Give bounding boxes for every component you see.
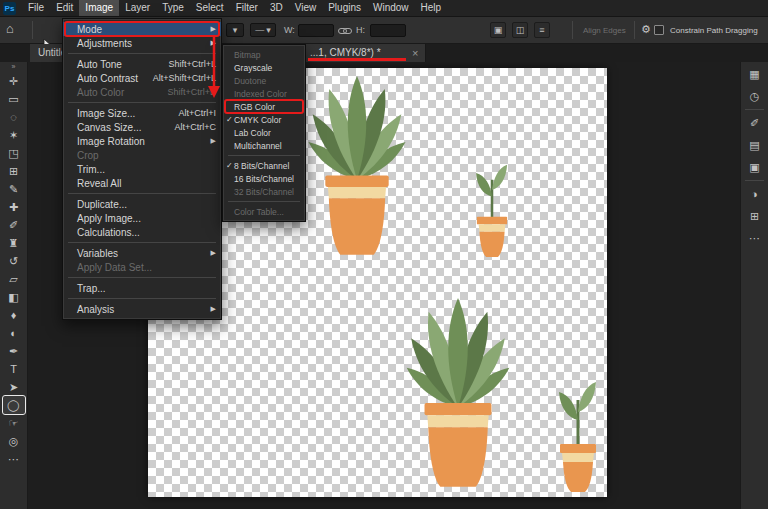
width-input[interactable]	[298, 24, 334, 37]
submenu-item-32-bits-channel[interactable]: 32 Bits/Channel	[223, 185, 305, 198]
photoshop-logo[interactable]: Ps	[3, 2, 16, 15]
menu-item-reveal-all[interactable]: Reveal All	[63, 176, 221, 190]
path-operations-button[interactable]: ▣	[490, 22, 506, 38]
menu-item-apply-data-set[interactable]: Apply Data Set...	[63, 260, 221, 274]
menu-item-label: Apply Image...	[77, 213, 141, 224]
edit-toolbar[interactable]: ⋯	[3, 450, 25, 468]
submenu-item-rgb-color[interactable]: RGB Color	[223, 100, 305, 113]
menubar-item-select[interactable]: Select	[190, 0, 230, 16]
hand-tool[interactable]: ☞	[3, 414, 25, 432]
menu-item-auto-tone[interactable]: Auto ToneShift+Ctrl+L	[63, 57, 221, 71]
height-input[interactable]	[370, 24, 406, 37]
menu-item-trim[interactable]: Trim...	[63, 162, 221, 176]
constrain-path-checkbox[interactable]	[654, 25, 664, 35]
color-panel-icon[interactable]: ▦	[744, 64, 766, 84]
menu-item-auto-color[interactable]: Auto ColorShift+Ctrl+B	[63, 85, 221, 99]
magic-wand-tool[interactable]: ✶	[3, 126, 25, 144]
menu-item-label: Image Rotation	[77, 136, 145, 147]
blur-tool[interactable]: ♦	[3, 306, 25, 324]
menu-item-crop[interactable]: Crop	[63, 148, 221, 162]
path-arrangement-button[interactable]: ≡	[534, 22, 550, 38]
collapse-toolbar-icon[interactable]: »	[0, 62, 27, 72]
libraries-panel-icon[interactable]: ⊞	[744, 206, 766, 226]
path-alignment-button[interactable]: ◫	[512, 22, 528, 38]
edit-toolbar-icon: ⋯	[8, 453, 19, 466]
menu-item-label: Crop	[77, 150, 99, 161]
menu-item-image-rotation[interactable]: Image Rotation▶	[63, 134, 221, 148]
menu-item-analysis[interactable]: Analysis▶	[63, 302, 221, 316]
more-panels-icon[interactable]: ⋯	[744, 228, 766, 248]
gear-icon[interactable]: ⚙	[641, 23, 651, 36]
link-dimensions-icon[interactable]	[338, 26, 352, 36]
menubar-item-3d[interactable]: 3D	[264, 0, 289, 16]
submenu-item-lab-color[interactable]: Lab Color	[223, 126, 305, 139]
ellipse-tool-icon: ◯	[7, 399, 19, 412]
menu-item-mode[interactable]: Mode▶	[63, 22, 221, 36]
layers-panel-icon[interactable]: ▤	[744, 135, 766, 155]
checkmark-icon: ✓	[226, 161, 233, 170]
path-selection-tool[interactable]: ➤	[3, 378, 25, 396]
submenu-item-grayscale[interactable]: Grayscale	[223, 61, 305, 74]
submenu-item-16-bits-channel[interactable]: 16 Bits/Channel	[223, 172, 305, 185]
menu-item-variables[interactable]: Variables▶	[63, 246, 221, 260]
marquee-tool[interactable]: ▭	[3, 90, 25, 108]
zoom-tool-icon: ◎	[9, 435, 19, 448]
submenu-item-bitmap[interactable]: Bitmap	[223, 48, 305, 61]
channels-panel-icon[interactable]: ▣	[744, 157, 766, 177]
menubar-item-edit[interactable]: Edit	[50, 0, 79, 16]
move-tool[interactable]: ✛	[3, 72, 25, 90]
menubar-item-image[interactable]: Image	[79, 0, 119, 16]
history-brush-tool[interactable]: ↺	[3, 252, 25, 270]
brush-tool[interactable]: ✐	[3, 216, 25, 234]
menubar-item-file[interactable]: File	[22, 0, 50, 16]
type-tool[interactable]: T	[3, 360, 25, 378]
menu-separator	[228, 155, 300, 156]
menu-separator	[228, 201, 300, 202]
brushes-panel-icon[interactable]: ✐	[744, 113, 766, 133]
submenu-item-duotone[interactable]: Duotone	[223, 74, 305, 87]
gradient-tool-icon: ◧	[8, 291, 18, 304]
blur-tool-icon: ♦	[11, 309, 17, 321]
lasso-tool[interactable]: ◌	[3, 108, 25, 126]
eraser-tool[interactable]: ▱	[3, 270, 25, 288]
menu-item-canvas-size[interactable]: Canvas Size...Alt+Ctrl+C	[63, 120, 221, 134]
menubar-item-type[interactable]: Type	[156, 0, 190, 16]
submenu-item-indexed-color[interactable]: Indexed Color	[223, 87, 305, 100]
stroke-style-dropdown[interactable]: —▾	[250, 23, 276, 37]
submenu-item-color-table[interactable]: Color Table...	[223, 205, 305, 218]
menu-item-adjustments[interactable]: Adjustments▶	[63, 36, 221, 50]
menubar-item-layer[interactable]: Layer	[119, 0, 156, 16]
menubar-item-plugins[interactable]: Plugins	[322, 0, 367, 16]
clone-stamp-tool[interactable]: ♜	[3, 234, 25, 252]
crop-tool[interactable]: ◳	[3, 144, 25, 162]
submenu-item-cmyk-color[interactable]: ✓CMYK Color	[223, 113, 305, 126]
ellipse-tool[interactable]: ◯	[3, 396, 25, 414]
tab-close-icon[interactable]: ×	[412, 46, 418, 60]
submenu-item-8-bits-channel[interactable]: ✓8 Bits/Channel	[223, 159, 305, 172]
history-panel-icon[interactable]: ◷	[744, 86, 766, 106]
menu-item-trap[interactable]: Trap...	[63, 281, 221, 295]
menubar-item-help[interactable]: Help	[415, 0, 448, 16]
menu-item-image-size[interactable]: Image Size...Alt+Ctrl+I	[63, 106, 221, 120]
frame-tool[interactable]: ⊞	[3, 162, 25, 180]
stroke-dash-icon: —	[255, 25, 264, 35]
gradient-tool[interactable]: ◧	[3, 288, 25, 306]
adjustments-panel-icon[interactable]: ◑	[744, 184, 766, 204]
fill-swatch-dropdown[interactable]: ▾	[226, 23, 244, 37]
pen-tool[interactable]: ✒	[3, 342, 25, 360]
healing-brush-tool[interactable]: ✚	[3, 198, 25, 216]
menu-item-duplicate[interactable]: Duplicate...	[63, 197, 221, 211]
type-tool-icon: T	[10, 363, 17, 375]
menu-item-auto-contrast[interactable]: Auto ContrastAlt+Shift+Ctrl+L	[63, 71, 221, 85]
zoom-tool[interactable]: ◎	[3, 432, 25, 450]
eyedropper-tool[interactable]: ✎	[3, 180, 25, 198]
menubar-item-view[interactable]: View	[289, 0, 323, 16]
menubar-item-filter[interactable]: Filter	[230, 0, 264, 16]
menu-item-label: Multichannel	[234, 141, 282, 151]
dodge-tool[interactable]: ◐	[3, 324, 25, 342]
submenu-item-multichannel[interactable]: Multichannel	[223, 139, 305, 152]
home-icon[interactable]: ⌂	[6, 21, 14, 36]
menu-item-apply-image[interactable]: Apply Image...	[63, 211, 221, 225]
menu-item-calculations[interactable]: Calculations...	[63, 225, 221, 239]
menubar-item-window[interactable]: Window	[367, 0, 415, 16]
